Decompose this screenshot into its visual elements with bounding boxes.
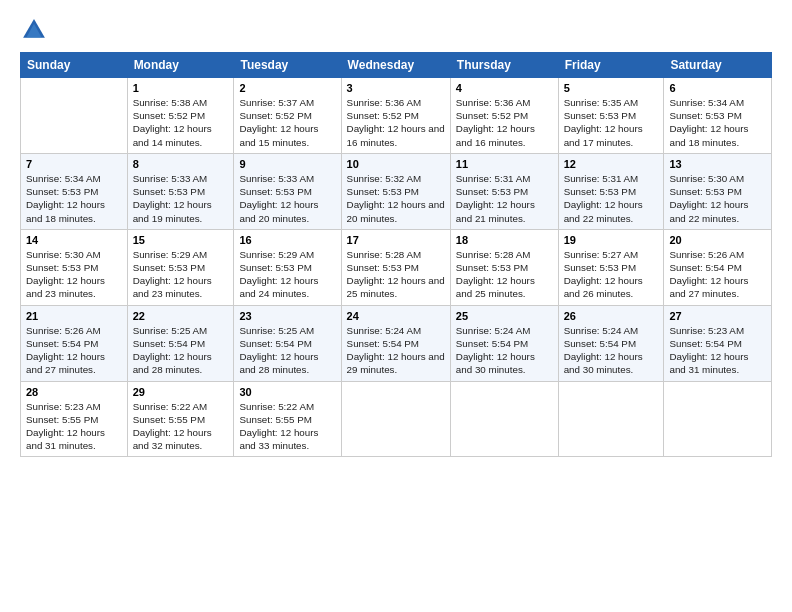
day-info: Sunrise: 5:28 AMSunset: 5:53 PMDaylight:… — [347, 248, 445, 301]
day-info: Sunrise: 5:29 AMSunset: 5:53 PMDaylight:… — [133, 248, 229, 301]
day-info: Sunrise: 5:38 AMSunset: 5:52 PMDaylight:… — [133, 96, 229, 149]
day-info: Sunrise: 5:29 AMSunset: 5:53 PMDaylight:… — [239, 248, 335, 301]
day-number: 10 — [347, 158, 445, 170]
header-day-wednesday: Wednesday — [341, 53, 450, 78]
week-row-5: 28Sunrise: 5:23 AMSunset: 5:55 PMDayligh… — [21, 381, 772, 457]
page: SundayMondayTuesdayWednesdayThursdayFrid… — [0, 0, 792, 467]
day-number: 26 — [564, 310, 659, 322]
header — [20, 16, 772, 44]
day-info: Sunrise: 5:31 AMSunset: 5:53 PMDaylight:… — [456, 172, 553, 225]
day-number: 15 — [133, 234, 229, 246]
day-number: 1 — [133, 82, 229, 94]
day-info: Sunrise: 5:22 AMSunset: 5:55 PMDaylight:… — [133, 400, 229, 453]
day-cell-2: 2Sunrise: 5:37 AMSunset: 5:52 PMDaylight… — [234, 78, 341, 154]
week-row-3: 14Sunrise: 5:30 AMSunset: 5:53 PMDayligh… — [21, 229, 772, 305]
empty-cell — [450, 381, 558, 457]
header-row: SundayMondayTuesdayWednesdayThursdayFrid… — [21, 53, 772, 78]
logo-icon — [20, 16, 48, 44]
day-number: 28 — [26, 386, 122, 398]
day-number: 9 — [239, 158, 335, 170]
day-number: 18 — [456, 234, 553, 246]
day-info: Sunrise: 5:23 AMSunset: 5:54 PMDaylight:… — [669, 324, 766, 377]
day-info: Sunrise: 5:24 AMSunset: 5:54 PMDaylight:… — [347, 324, 445, 377]
day-info: Sunrise: 5:24 AMSunset: 5:54 PMDaylight:… — [456, 324, 553, 377]
logo — [20, 16, 52, 44]
day-number: 8 — [133, 158, 229, 170]
day-info: Sunrise: 5:22 AMSunset: 5:55 PMDaylight:… — [239, 400, 335, 453]
calendar-table: SundayMondayTuesdayWednesdayThursdayFrid… — [20, 52, 772, 457]
day-number: 24 — [347, 310, 445, 322]
header-day-tuesday: Tuesday — [234, 53, 341, 78]
header-day-monday: Monday — [127, 53, 234, 78]
day-cell-7: 7Sunrise: 5:34 AMSunset: 5:53 PMDaylight… — [21, 153, 128, 229]
day-number: 12 — [564, 158, 659, 170]
day-info: Sunrise: 5:34 AMSunset: 5:53 PMDaylight:… — [669, 96, 766, 149]
day-info: Sunrise: 5:30 AMSunset: 5:53 PMDaylight:… — [669, 172, 766, 225]
day-cell-23: 23Sunrise: 5:25 AMSunset: 5:54 PMDayligh… — [234, 305, 341, 381]
day-cell-28: 28Sunrise: 5:23 AMSunset: 5:55 PMDayligh… — [21, 381, 128, 457]
empty-cell — [664, 381, 772, 457]
day-number: 23 — [239, 310, 335, 322]
day-cell-3: 3Sunrise: 5:36 AMSunset: 5:52 PMDaylight… — [341, 78, 450, 154]
day-info: Sunrise: 5:37 AMSunset: 5:52 PMDaylight:… — [239, 96, 335, 149]
day-cell-18: 18Sunrise: 5:28 AMSunset: 5:53 PMDayligh… — [450, 229, 558, 305]
day-number: 14 — [26, 234, 122, 246]
day-number: 20 — [669, 234, 766, 246]
week-row-4: 21Sunrise: 5:26 AMSunset: 5:54 PMDayligh… — [21, 305, 772, 381]
day-cell-30: 30Sunrise: 5:22 AMSunset: 5:55 PMDayligh… — [234, 381, 341, 457]
header-day-saturday: Saturday — [664, 53, 772, 78]
day-number: 6 — [669, 82, 766, 94]
day-number: 5 — [564, 82, 659, 94]
day-info: Sunrise: 5:33 AMSunset: 5:53 PMDaylight:… — [239, 172, 335, 225]
day-cell-6: 6Sunrise: 5:34 AMSunset: 5:53 PMDaylight… — [664, 78, 772, 154]
header-day-thursday: Thursday — [450, 53, 558, 78]
day-cell-12: 12Sunrise: 5:31 AMSunset: 5:53 PMDayligh… — [558, 153, 664, 229]
day-number: 2 — [239, 82, 335, 94]
day-cell-22: 22Sunrise: 5:25 AMSunset: 5:54 PMDayligh… — [127, 305, 234, 381]
day-info: Sunrise: 5:25 AMSunset: 5:54 PMDaylight:… — [239, 324, 335, 377]
day-info: Sunrise: 5:35 AMSunset: 5:53 PMDaylight:… — [564, 96, 659, 149]
day-number: 30 — [239, 386, 335, 398]
day-number: 21 — [26, 310, 122, 322]
day-cell-9: 9Sunrise: 5:33 AMSunset: 5:53 PMDaylight… — [234, 153, 341, 229]
day-info: Sunrise: 5:32 AMSunset: 5:53 PMDaylight:… — [347, 172, 445, 225]
day-cell-8: 8Sunrise: 5:33 AMSunset: 5:53 PMDaylight… — [127, 153, 234, 229]
day-info: Sunrise: 5:26 AMSunset: 5:54 PMDaylight:… — [669, 248, 766, 301]
day-info: Sunrise: 5:25 AMSunset: 5:54 PMDaylight:… — [133, 324, 229, 377]
day-info: Sunrise: 5:30 AMSunset: 5:53 PMDaylight:… — [26, 248, 122, 301]
day-cell-1: 1Sunrise: 5:38 AMSunset: 5:52 PMDaylight… — [127, 78, 234, 154]
day-number: 27 — [669, 310, 766, 322]
day-number: 22 — [133, 310, 229, 322]
day-cell-14: 14Sunrise: 5:30 AMSunset: 5:53 PMDayligh… — [21, 229, 128, 305]
day-number: 19 — [564, 234, 659, 246]
day-cell-15: 15Sunrise: 5:29 AMSunset: 5:53 PMDayligh… — [127, 229, 234, 305]
day-cell-4: 4Sunrise: 5:36 AMSunset: 5:52 PMDaylight… — [450, 78, 558, 154]
empty-cell — [21, 78, 128, 154]
day-cell-26: 26Sunrise: 5:24 AMSunset: 5:54 PMDayligh… — [558, 305, 664, 381]
empty-cell — [558, 381, 664, 457]
day-info: Sunrise: 5:34 AMSunset: 5:53 PMDaylight:… — [26, 172, 122, 225]
day-cell-24: 24Sunrise: 5:24 AMSunset: 5:54 PMDayligh… — [341, 305, 450, 381]
day-cell-11: 11Sunrise: 5:31 AMSunset: 5:53 PMDayligh… — [450, 153, 558, 229]
day-cell-10: 10Sunrise: 5:32 AMSunset: 5:53 PMDayligh… — [341, 153, 450, 229]
day-cell-16: 16Sunrise: 5:29 AMSunset: 5:53 PMDayligh… — [234, 229, 341, 305]
day-number: 25 — [456, 310, 553, 322]
day-info: Sunrise: 5:33 AMSunset: 5:53 PMDaylight:… — [133, 172, 229, 225]
day-info: Sunrise: 5:28 AMSunset: 5:53 PMDaylight:… — [456, 248, 553, 301]
day-number: 17 — [347, 234, 445, 246]
day-cell-25: 25Sunrise: 5:24 AMSunset: 5:54 PMDayligh… — [450, 305, 558, 381]
day-number: 3 — [347, 82, 445, 94]
day-info: Sunrise: 5:36 AMSunset: 5:52 PMDaylight:… — [456, 96, 553, 149]
day-number: 7 — [26, 158, 122, 170]
day-info: Sunrise: 5:31 AMSunset: 5:53 PMDaylight:… — [564, 172, 659, 225]
day-cell-27: 27Sunrise: 5:23 AMSunset: 5:54 PMDayligh… — [664, 305, 772, 381]
day-cell-20: 20Sunrise: 5:26 AMSunset: 5:54 PMDayligh… — [664, 229, 772, 305]
day-cell-17: 17Sunrise: 5:28 AMSunset: 5:53 PMDayligh… — [341, 229, 450, 305]
day-info: Sunrise: 5:36 AMSunset: 5:52 PMDaylight:… — [347, 96, 445, 149]
day-info: Sunrise: 5:26 AMSunset: 5:54 PMDaylight:… — [26, 324, 122, 377]
header-day-sunday: Sunday — [21, 53, 128, 78]
header-day-friday: Friday — [558, 53, 664, 78]
day-info: Sunrise: 5:27 AMSunset: 5:53 PMDaylight:… — [564, 248, 659, 301]
week-row-1: 1Sunrise: 5:38 AMSunset: 5:52 PMDaylight… — [21, 78, 772, 154]
day-info: Sunrise: 5:23 AMSunset: 5:55 PMDaylight:… — [26, 400, 122, 453]
